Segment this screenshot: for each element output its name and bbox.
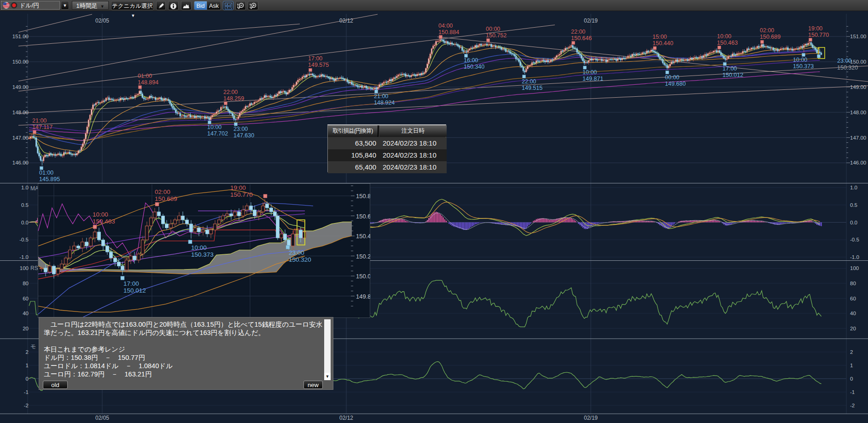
- svg-text:21:00: 21:00: [32, 118, 47, 124]
- svg-text:02/19: 02/19: [584, 18, 598, 24]
- svg-text:147.00: 147.00: [12, 135, 29, 141]
- svg-text:149.515: 149.515: [522, 85, 542, 91]
- svg-text:16:00: 16:00: [464, 57, 478, 64]
- svg-text:00:00: 00:00: [486, 26, 500, 32]
- svg-text:150.373: 150.373: [191, 251, 214, 258]
- svg-text:10:00: 10:00: [93, 211, 108, 218]
- svg-text:148.259: 148.259: [223, 95, 244, 102]
- svg-text:02:00: 02:00: [155, 188, 170, 195]
- svg-text:150.0: 150.0: [356, 273, 370, 280]
- svg-text:0.0: 0.0: [850, 220, 857, 225]
- svg-text:147.117: 147.117: [32, 124, 52, 130]
- svg-text:01:00: 01:00: [39, 170, 53, 176]
- svg-text:-2: -2: [24, 403, 29, 408]
- svg-text:149.575: 149.575: [308, 62, 329, 68]
- svg-text:1: 1: [850, 363, 853, 368]
- svg-text:-0.5: -0.5: [19, 237, 29, 242]
- svg-text:22:00: 22:00: [223, 89, 238, 95]
- svg-text:17:00: 17:00: [722, 65, 737, 72]
- svg-text:02/05: 02/05: [95, 415, 109, 421]
- svg-text:151.00: 151.00: [850, 34, 866, 39]
- svg-text:02/12: 02/12: [339, 18, 353, 24]
- svg-text:150.770: 150.770: [230, 191, 253, 198]
- svg-text:1.0: 1.0: [850, 185, 857, 190]
- svg-text:146.00: 146.00: [850, 160, 866, 165]
- svg-text:151.00: 151.00: [12, 34, 29, 39]
- svg-text:80: 80: [850, 281, 856, 286]
- svg-text:149.8: 149.8: [356, 293, 370, 300]
- svg-text:150.012: 150.012: [123, 287, 146, 294]
- svg-text:10:00: 10:00: [583, 69, 597, 76]
- svg-text:147.00: 147.00: [850, 135, 866, 141]
- svg-text:20: 20: [23, 326, 29, 331]
- svg-text:150.440: 150.440: [652, 40, 673, 47]
- svg-text:100: 100: [850, 265, 859, 271]
- svg-text:23:00: 23:00: [289, 249, 304, 256]
- svg-text:02/12: 02/12: [339, 415, 353, 421]
- svg-text:40: 40: [23, 311, 29, 316]
- svg-text:-1: -1: [24, 389, 29, 395]
- svg-text:-2: -2: [850, 403, 855, 408]
- svg-text:0.5: 0.5: [850, 202, 857, 208]
- svg-text:1: 1: [26, 363, 29, 368]
- svg-text:147.702: 147.702: [207, 130, 228, 137]
- svg-text:19:00: 19:00: [230, 184, 246, 191]
- svg-text:-0.5: -0.5: [850, 237, 859, 242]
- svg-text:147.630: 147.630: [233, 132, 254, 139]
- svg-text:2: 2: [26, 349, 29, 355]
- svg-text:148.00: 148.00: [850, 110, 866, 115]
- svg-text:150.752: 150.752: [486, 32, 507, 39]
- svg-text:10:00: 10:00: [717, 33, 731, 40]
- svg-text:02/19: 02/19: [584, 415, 598, 421]
- svg-text:150.6: 150.6: [356, 213, 370, 220]
- svg-text:150.646: 150.646: [571, 35, 592, 41]
- svg-text:-1.0: -1.0: [850, 254, 859, 260]
- svg-text:19:00: 19:00: [808, 25, 822, 32]
- svg-text:150.8: 150.8: [356, 193, 370, 200]
- svg-text:22:00: 22:00: [522, 78, 536, 85]
- svg-text:150.00: 150.00: [850, 59, 866, 65]
- svg-text:RS: RS: [30, 265, 38, 271]
- svg-text:10:00: 10:00: [191, 244, 207, 251]
- svg-text:23:00: 23:00: [837, 58, 851, 64]
- svg-text:60: 60: [850, 296, 856, 301]
- svg-text:02:00: 02:00: [760, 27, 774, 34]
- svg-text:150.320: 150.320: [289, 256, 311, 263]
- svg-text:150.4: 150.4: [356, 233, 370, 240]
- svg-text:40: 40: [850, 311, 856, 316]
- svg-text:150.00: 150.00: [12, 59, 29, 65]
- svg-text:148.924: 148.924: [374, 100, 395, 106]
- svg-text:02/05: 02/05: [95, 18, 109, 24]
- svg-text:149.680: 149.680: [665, 81, 686, 87]
- svg-text:10:00: 10:00: [793, 57, 807, 63]
- svg-text:149.871: 149.871: [583, 76, 603, 82]
- svg-text:00:00: 00:00: [665, 74, 679, 81]
- svg-text:20: 20: [850, 326, 856, 331]
- svg-text:150.012: 150.012: [722, 72, 743, 78]
- svg-text:-1: -1: [850, 389, 855, 395]
- svg-text:150.770: 150.770: [808, 32, 829, 38]
- svg-text:モ: モ: [30, 343, 36, 350]
- svg-text:145.895: 145.895: [39, 176, 60, 182]
- svg-text:150.2: 150.2: [356, 253, 370, 260]
- svg-text:0.0: 0.0: [21, 220, 29, 225]
- svg-text:23:00: 23:00: [233, 126, 248, 132]
- svg-text:17:00: 17:00: [308, 55, 322, 62]
- svg-text:0.5: 0.5: [21, 202, 29, 208]
- svg-text:04:00: 04:00: [438, 23, 453, 29]
- svg-text:0: 0: [26, 376, 29, 382]
- svg-text:150.463: 150.463: [717, 40, 738, 46]
- svg-text:100: 100: [20, 265, 29, 271]
- svg-text:148.894: 148.894: [138, 79, 158, 86]
- svg-text:150.689: 150.689: [760, 34, 781, 40]
- svg-text:149.00: 149.00: [850, 84, 866, 90]
- svg-text:60: 60: [23, 296, 29, 301]
- svg-text:150.884: 150.884: [438, 29, 459, 35]
- svg-text:21:00: 21:00: [374, 93, 388, 100]
- svg-text:22:00: 22:00: [571, 29, 585, 35]
- svg-text:148.00: 148.00: [12, 110, 29, 115]
- svg-text:80: 80: [23, 281, 29, 286]
- svg-text:150.320: 150.320: [837, 65, 858, 71]
- svg-text:1.0: 1.0: [21, 185, 29, 190]
- svg-text:-1.0: -1.0: [19, 254, 29, 260]
